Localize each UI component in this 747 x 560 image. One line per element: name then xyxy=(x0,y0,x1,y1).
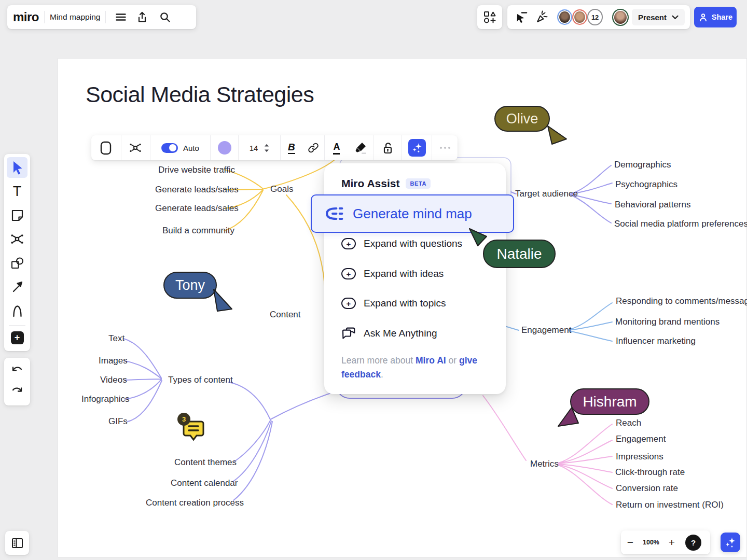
ai-assist-toolbar-button[interactable] xyxy=(402,135,432,160)
text-tool-button[interactable]: T xyxy=(7,181,27,202)
mindmap-node[interactable]: GIFs xyxy=(108,416,128,427)
chat-bubbles-icon xyxy=(341,327,356,340)
ai-assist-floating-button[interactable] xyxy=(721,533,740,552)
mindmap-node[interactable]: Generate leads/sales xyxy=(155,185,239,195)
more-options-button[interactable] xyxy=(432,135,458,160)
font-size-control[interactable]: 14 xyxy=(239,135,280,160)
current-user-avatar[interactable] xyxy=(612,9,629,26)
zoom-out-button[interactable]: − xyxy=(621,530,640,554)
mindmap-node[interactable]: Social media platform preferences xyxy=(614,219,747,229)
mindmap-node[interactable]: Build a community xyxy=(162,226,234,236)
node-shape-button[interactable] xyxy=(91,135,121,160)
board-heading-text[interactable]: Social Media Strategies xyxy=(86,82,314,107)
person-icon xyxy=(698,12,708,22)
plus-icon: + xyxy=(11,331,24,344)
miro-logo[interactable]: miro xyxy=(7,10,39,24)
mindmap-node[interactable]: Reach xyxy=(616,418,641,428)
collaborator-avatar[interactable] xyxy=(572,9,587,25)
step-down-icon[interactable] xyxy=(264,149,269,152)
search-button[interactable] xyxy=(154,5,176,29)
plus-icon: + xyxy=(341,268,356,279)
select-tool-button[interactable] xyxy=(7,157,27,178)
zoom-in-button[interactable]: + xyxy=(662,530,681,554)
redo-button[interactable] xyxy=(7,381,27,402)
hide-cursors-button[interactable] xyxy=(513,5,530,29)
mindmap-node[interactable]: Content calendar xyxy=(171,478,238,488)
lock-button[interactable] xyxy=(373,135,402,160)
mindmap-node[interactable]: Demographics xyxy=(614,160,671,170)
tools-sidebar: T + xyxy=(4,154,30,351)
collaborator-avatar[interactable] xyxy=(557,9,572,25)
mindmap-node-types-of-content[interactable]: Types of content xyxy=(168,375,233,385)
sticky-note-tool-button[interactable] xyxy=(7,205,27,226)
mindmap-node[interactable]: Conversion rate xyxy=(616,483,678,494)
more-options-icon xyxy=(440,147,450,149)
mindmap-node[interactable]: Monitoring brand mentions xyxy=(615,317,720,327)
auto-layout-toggle[interactable]: Auto xyxy=(150,135,211,160)
mindmap-node[interactable]: Content creation process xyxy=(146,498,244,508)
auto-toggle-label: Auto xyxy=(183,144,199,152)
mindmap-node-target-audience[interactable]: Target audience xyxy=(515,189,578,199)
apps-panel[interactable] xyxy=(477,5,502,29)
footer-text: . xyxy=(381,369,383,380)
ask-me-anything-item[interactable]: Ask Me Anything xyxy=(341,323,437,344)
undo-button[interactable] xyxy=(7,360,27,381)
history-panel xyxy=(4,358,30,405)
expand-with-questions-item[interactable]: + Expand with questions xyxy=(341,233,462,254)
mindmap-node[interactable]: Generate leads/sales xyxy=(155,203,239,214)
mindmap-tool-button[interactable] xyxy=(7,229,27,249)
mindmap-node[interactable]: Click-through rate xyxy=(615,467,685,478)
expand-with-ideas-item[interactable]: + Expand with ideas xyxy=(341,263,444,284)
mindmap-node[interactable]: Content themes xyxy=(174,457,237,468)
reactions-button[interactable] xyxy=(533,5,551,29)
text-color-button[interactable]: A xyxy=(325,135,348,160)
mindmap-node[interactable]: Images xyxy=(99,356,128,366)
frames-panel-button[interactable] xyxy=(5,531,29,555)
mindmap-node[interactable]: Behavioral patterns xyxy=(615,200,690,210)
highlight-button[interactable] xyxy=(349,135,373,160)
export-button[interactable] xyxy=(131,5,154,29)
mindmap-node[interactable]: Return on investment (ROI) xyxy=(616,500,724,510)
mindmap-node-engagement[interactable]: Engagement xyxy=(521,325,571,335)
collaborator-overflow-count[interactable]: 12 xyxy=(587,9,603,25)
mindmap-node[interactable]: Infographics xyxy=(81,394,130,404)
ai-sparkles-icon xyxy=(724,536,737,549)
mindmap-layout-button[interactable] xyxy=(121,135,150,160)
board-title[interactable]: Mind mapping xyxy=(50,12,100,22)
mindmap-node[interactable]: Videos xyxy=(100,375,127,385)
bold-button[interactable]: B xyxy=(281,135,302,160)
shapes-tool-button[interactable] xyxy=(7,253,27,273)
mindmap-node[interactable]: Impressions xyxy=(616,452,663,462)
mindmap-node[interactable]: Text xyxy=(108,333,125,344)
mindmap-node-goals[interactable]: Goals xyxy=(270,184,293,194)
help-button[interactable]: ? xyxy=(685,535,701,551)
mindmap-node[interactable]: Psychographics xyxy=(615,179,677,190)
cursor-toggle-icon xyxy=(515,10,528,24)
zoom-level[interactable]: 100% xyxy=(640,539,662,546)
expand-with-topics-item[interactable]: + Expand with topics xyxy=(341,293,446,314)
mindmap-node[interactable]: Influencer marketing xyxy=(616,336,696,346)
share-button[interactable]: Share xyxy=(694,7,737,27)
pen-tool-button[interactable] xyxy=(7,300,27,321)
step-up-icon[interactable] xyxy=(264,144,269,147)
main-menu-button[interactable] xyxy=(111,5,131,29)
color-picker-button[interactable] xyxy=(211,135,238,160)
generate-mind-map-button[interactable]: Generate mind map xyxy=(311,194,514,233)
cursor-label-hishram: Hishram xyxy=(570,388,649,415)
generate-mindmap-label: Generate mind map xyxy=(353,206,472,222)
present-label: Present xyxy=(638,13,667,22)
lock-open-icon xyxy=(380,141,395,155)
mindmap-node[interactable]: Engagement xyxy=(616,434,666,444)
link-button[interactable] xyxy=(302,135,324,160)
miro-ai-link[interactable]: Miro AI xyxy=(416,355,446,366)
mindmap-node[interactable]: Responding to comments/messages xyxy=(616,296,747,306)
mindmap-node-content[interactable]: Content xyxy=(270,310,301,320)
footer-text: Learn more about xyxy=(341,355,416,366)
mindmap-node[interactable]: Drive website traffic xyxy=(158,165,235,175)
present-button[interactable]: Present xyxy=(632,9,685,25)
mindmap-node-metrics[interactable]: Metrics xyxy=(530,459,559,469)
add-tool-button[interactable]: + xyxy=(7,327,27,348)
connector-tool-button[interactable] xyxy=(7,276,27,297)
comment-thread[interactable]: 3 xyxy=(181,417,206,444)
assist-item-label: Expand with questions xyxy=(364,238,462,249)
